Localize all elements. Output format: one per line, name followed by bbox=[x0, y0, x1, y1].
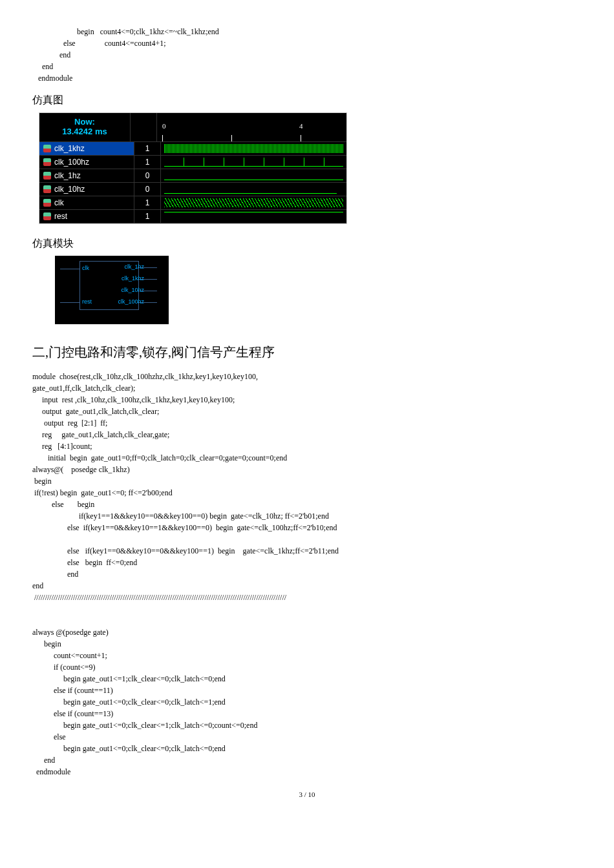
wave-signal-trace bbox=[161, 142, 346, 155]
signal-icon bbox=[43, 145, 51, 152]
code-block-top: begin count4<=0;clk_1khz<=~clk_1khz;end … bbox=[32, 26, 582, 84]
wave-signal-name[interactable]: clk bbox=[39, 196, 134, 209]
wave-now-cell: Now: 13.4242 ms bbox=[39, 113, 131, 142]
wave-signal-trace bbox=[161, 210, 346, 223]
signal-icon bbox=[43, 212, 51, 220]
page-footer: 3 / 10 bbox=[32, 790, 582, 798]
heading-sim-diagram: 仿真图 bbox=[32, 94, 582, 107]
wave-signal-value: 0 bbox=[134, 169, 161, 182]
wave-signal-value: 0 bbox=[134, 183, 161, 196]
wave-signal-name[interactable]: clk_100hz bbox=[39, 156, 134, 169]
port-label: clk_1khz bbox=[122, 275, 144, 282]
code-block-main: module chose(rest,clk_10hz,clk_100hzhz,c… bbox=[32, 371, 582, 778]
heading-section-2: 二,门控电路和清零,锁存,阀门信号产生程序 bbox=[32, 344, 582, 361]
wave-signal-name[interactable]: clk_1hz bbox=[39, 169, 134, 182]
wave-tick-0: 0 bbox=[162, 122, 166, 130]
wave-signal-trace bbox=[161, 156, 346, 169]
signal-icon bbox=[43, 185, 51, 193]
wave-signal-value: 1 bbox=[134, 210, 161, 223]
signal-icon bbox=[43, 199, 51, 207]
wave-signal-value: 1 bbox=[134, 196, 161, 209]
wave-signal-name[interactable]: clk_10hz bbox=[39, 183, 134, 196]
wave-tick-1: 4 bbox=[299, 122, 303, 130]
wave-signal-trace bbox=[161, 196, 346, 209]
signal-icon bbox=[43, 158, 51, 166]
wave-signal-name[interactable]: rest bbox=[39, 210, 134, 223]
port-label: clk_100hz bbox=[118, 298, 144, 305]
wave-signal-name[interactable]: clk_1khz bbox=[39, 142, 134, 155]
block-diagram: clk rest clk_1hz clk_1khz clk_10hz clk_1… bbox=[55, 256, 169, 324]
wave-signal-trace bbox=[161, 183, 346, 196]
port-label: clk bbox=[82, 265, 89, 271]
wave-now-time: 13.4242 ms bbox=[39, 127, 130, 136]
waveform-viewer: Now: 13.4242 ms 0 4 clk_1khz 1 clk_100hz… bbox=[39, 112, 347, 224]
port-label: clk_1hz bbox=[124, 264, 144, 270]
wave-now-label: Now: bbox=[39, 117, 130, 127]
wave-value-header bbox=[131, 113, 157, 142]
signal-icon bbox=[43, 172, 51, 180]
port-label: rest bbox=[82, 298, 92, 305]
wave-timeline: 0 4 bbox=[157, 113, 346, 142]
wave-signal-value: 1 bbox=[134, 142, 161, 155]
wave-signal-trace bbox=[161, 169, 346, 182]
wave-signal-value: 1 bbox=[134, 156, 161, 169]
port-label: clk_10hz bbox=[121, 287, 144, 293]
heading-sim-block: 仿真模块 bbox=[32, 237, 582, 251]
